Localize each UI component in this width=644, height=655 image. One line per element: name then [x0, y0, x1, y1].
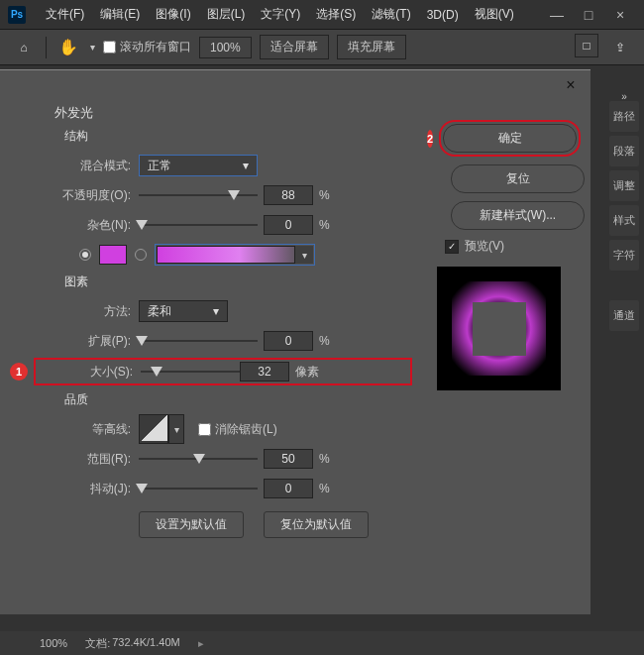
effect-preview: [437, 267, 561, 390]
opacity-slider[interactable]: [139, 187, 258, 203]
window-maximize[interactable]: □: [573, 3, 604, 27]
layer-style-dialog: × 外发光 结构 混合模式: 正常 不透明度(O): 88 %: [0, 69, 590, 614]
menu-type[interactable]: 文字(Y): [253, 2, 308, 27]
technique-label: 方法:: [10, 303, 139, 320]
effect-title: 外发光: [54, 104, 412, 122]
fill-screen-button[interactable]: 填充屏幕: [337, 35, 406, 59]
home-icon[interactable]: ⌂: [10, 34, 38, 61]
menu-select[interactable]: 选择(S): [308, 2, 364, 27]
section-elements: 图素: [64, 273, 412, 290]
tab-paths[interactable]: 路径: [609, 101, 639, 132]
antialias-checkbox[interactable]: 消除锯齿(L): [198, 421, 277, 438]
noise-label: 杂色(N):: [10, 217, 139, 234]
tab-adjustments[interactable]: 调整: [609, 170, 639, 201]
tab-paragraph[interactable]: 段落: [609, 136, 639, 166]
scroll-all-checkbox[interactable]: 滚动所有窗口: [103, 39, 191, 55]
search-icon[interactable]: □: [575, 34, 598, 57]
share-icon[interactable]: ⇪: [606, 34, 634, 61]
percent-unit: %: [319, 188, 349, 202]
new-style-button[interactable]: 新建样式(W)...: [451, 201, 585, 230]
noise-value[interactable]: 0: [264, 215, 313, 235]
status-doc-label: 文档:: [85, 636, 110, 651]
size-label: 大小(S):: [38, 364, 141, 381]
technique-select[interactable]: 柔和: [139, 300, 228, 322]
blend-mode-select[interactable]: 正常: [139, 155, 258, 176]
status-bar: 100% 文档: 732.4K/1.40M ▸: [0, 631, 644, 655]
gradient-radio[interactable]: [135, 249, 147, 261]
range-value[interactable]: 50: [264, 449, 313, 469]
color-radio[interactable]: [79, 249, 91, 261]
section-quality: 品质: [64, 391, 412, 408]
size-value[interactable]: 32: [240, 362, 289, 382]
dialog-close-button[interactable]: ×: [561, 75, 581, 95]
contour-label: 等高线:: [10, 421, 139, 438]
preview-checkbox[interactable]: ✓: [445, 240, 459, 254]
ok-button[interactable]: 确定: [443, 124, 577, 153]
zoom-value[interactable]: 100%: [199, 37, 252, 58]
noise-slider[interactable]: [139, 217, 258, 233]
window-minimize[interactable]: —: [541, 3, 573, 27]
glow-color-swatch[interactable]: [99, 245, 127, 265]
annotation-badge-1: 1: [10, 363, 28, 381]
options-bar: ⌂ ✋ ▾ 滚动所有窗口 100% 适合屏幕 填充屏幕 □ ⇪: [0, 30, 644, 65]
blend-mode-label: 混合模式:: [10, 158, 139, 174]
menu-edit[interactable]: 编辑(E): [92, 2, 148, 27]
spread-slider[interactable]: [139, 333, 258, 349]
chevron-down-icon[interactable]: ▾: [90, 42, 95, 53]
hand-tool-icon[interactable]: ✋: [54, 34, 82, 61]
range-label: 范围(R):: [10, 451, 139, 468]
spread-label: 扩展(P):: [10, 333, 139, 350]
right-panel-tabs: » 路径 段落 调整 样式 字符 通道: [609, 91, 639, 331]
window-close[interactable]: ×: [604, 3, 636, 27]
panel-menu-icon[interactable]: »: [621, 91, 627, 97]
menu-image[interactable]: 图像(I): [148, 2, 198, 27]
tab-character[interactable]: 字符: [609, 240, 639, 271]
section-structure: 结构: [64, 128, 412, 145]
jitter-slider[interactable]: [139, 481, 258, 496]
size-slider[interactable]: [141, 364, 240, 380]
reset-button[interactable]: 复位: [451, 164, 585, 193]
tab-channels[interactable]: 通道: [609, 300, 639, 331]
ps-logo: Ps: [8, 6, 26, 24]
menu-filter[interactable]: 滤镜(T): [364, 2, 418, 27]
gradient-dropdown[interactable]: ▾: [295, 246, 313, 264]
menu-view[interactable]: 视图(V): [467, 2, 522, 27]
status-arrow-icon[interactable]: ▸: [198, 637, 204, 650]
jitter-label: 抖动(J):: [10, 481, 139, 497]
px-unit: 像素: [295, 364, 325, 381]
opacity-value[interactable]: 88: [264, 185, 313, 205]
tab-styles[interactable]: 样式: [609, 205, 639, 236]
fit-screen-button[interactable]: 适合屏幕: [260, 35, 329, 59]
menu-file[interactable]: 文件(F): [38, 2, 92, 27]
opacity-label: 不透明度(O):: [10, 187, 139, 204]
preview-label: 预览(V): [465, 238, 504, 255]
menu-bar: Ps 文件(F) 编辑(E) 图像(I) 图层(L) 文字(Y) 选择(S) 滤…: [0, 0, 644, 30]
status-doc-value: 732.4K/1.40M: [112, 636, 180, 651]
annotation-badge-2: 2: [427, 130, 433, 148]
menu-layer[interactable]: 图层(L): [199, 2, 254, 27]
menu-3d[interactable]: 3D(D): [419, 4, 467, 26]
make-default-button[interactable]: 设置为默认值: [139, 511, 244, 538]
contour-picker[interactable]: [139, 414, 168, 444]
spread-value[interactable]: 0: [264, 331, 313, 351]
reset-default-button[interactable]: 复位为默认值: [264, 511, 369, 538]
range-slider[interactable]: [139, 451, 258, 467]
contour-dropdown[interactable]: ▾: [168, 414, 184, 444]
status-zoom[interactable]: 100%: [40, 637, 67, 649]
jitter-value[interactable]: 0: [264, 479, 313, 498]
glow-gradient[interactable]: [157, 246, 295, 264]
